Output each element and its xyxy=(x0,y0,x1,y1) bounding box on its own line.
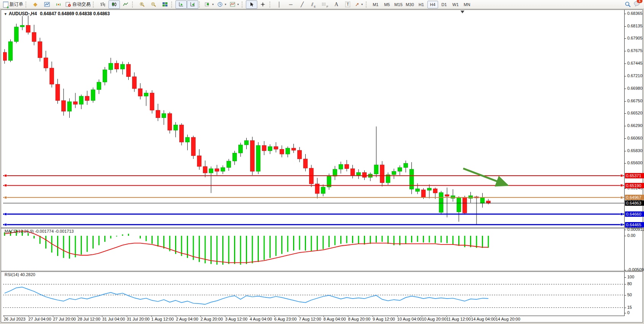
candle-bull xyxy=(185,137,190,142)
candle-bull xyxy=(221,168,225,172)
chart-shift-button[interactable] xyxy=(187,0,198,9)
tf-MN[interactable]: MN xyxy=(462,1,472,8)
auto-scroll-button[interactable] xyxy=(175,0,187,9)
date-label: 2 Aug 20:00 xyxy=(201,317,223,321)
chart-shift-marker[interactable] xyxy=(461,11,464,13)
candle-bull xyxy=(20,25,24,27)
bid-price-flag: 0.64863 xyxy=(625,200,644,206)
text-label-button[interactable]: T xyxy=(342,0,354,9)
line-price-flag[interactable]: 0.64660 xyxy=(625,211,644,217)
candle-bull xyxy=(268,146,272,151)
candle-bull xyxy=(439,192,443,213)
text-button[interactable]: A xyxy=(331,0,342,9)
candle-bull xyxy=(79,96,83,104)
timeframe-group: M1M5M15M30H1H4D1W1MN xyxy=(370,0,473,9)
new-chart-button[interactable] xyxy=(41,0,53,9)
candle-bear xyxy=(445,195,449,196)
crosshair-button[interactable] xyxy=(257,0,269,9)
tf-W1[interactable]: W1 xyxy=(450,1,461,8)
zoom-out-button[interactable] xyxy=(148,0,159,9)
candle-bull xyxy=(97,82,101,90)
indicators-button[interactable]: ▼ xyxy=(203,0,216,9)
rsi-tick-label: 100 xyxy=(627,275,634,279)
periods-button[interactable]: ▼ xyxy=(216,0,228,9)
trend-arrow-annotation xyxy=(463,168,507,185)
candle-bull xyxy=(121,64,125,69)
fibonacci-button[interactable]: F xyxy=(319,0,331,9)
date-label: 8 Aug 20:00 xyxy=(348,317,370,321)
tf-M30[interactable]: M30 xyxy=(405,1,415,8)
price-tick xyxy=(624,126,626,126)
macd-pane[interactable] xyxy=(3,229,624,271)
pane-separator[interactable] xyxy=(1,227,643,229)
price-tick-label: 0.66060 xyxy=(627,136,642,140)
tf-D1[interactable]: D1 xyxy=(439,1,450,8)
candle-bull xyxy=(256,145,260,171)
candle-bull xyxy=(357,172,361,175)
new-order-button[interactable]: + 新订单 xyxy=(2,0,25,9)
candle-bear xyxy=(433,189,437,193)
separator xyxy=(242,2,245,8)
candle-bear xyxy=(26,25,30,32)
tf-H1[interactable]: H1 xyxy=(416,1,427,8)
tf-H4[interactable]: H4 xyxy=(427,1,438,8)
candle-bull xyxy=(321,187,325,194)
tf-M15[interactable]: M15 xyxy=(393,1,404,8)
price-tick-label: 0.65830 xyxy=(627,148,642,153)
separator xyxy=(132,2,135,8)
line-price-flag[interactable]: 0.64967 xyxy=(625,195,644,200)
price-tick xyxy=(624,26,626,27)
candle-bull xyxy=(451,196,455,199)
equidistant-channel-button[interactable]: ⫽ E xyxy=(308,0,319,9)
date-label: 9 Aug 12:00 xyxy=(373,317,395,321)
styler-button[interactable]: ◆ xyxy=(30,0,41,9)
zoom-out-icon xyxy=(151,2,156,7)
candle-bear xyxy=(3,52,7,60)
fibonacci-icon xyxy=(322,2,326,6)
templates-button[interactable]: ▼ xyxy=(228,0,241,9)
bar-chart-button[interactable] xyxy=(97,0,108,9)
cursor-button[interactable] xyxy=(246,0,257,9)
autotrading-button[interactable]: 自动交易 xyxy=(64,0,92,9)
horizontal-line-button[interactable]: ─ xyxy=(285,0,296,9)
date-label: 10 Aug 20:00 xyxy=(422,317,446,321)
vertical-line-button[interactable]: │ xyxy=(274,0,285,9)
candlestick-button[interactable] xyxy=(108,0,120,9)
main-chart[interactable] xyxy=(3,10,624,227)
community-button[interactable]: 1 xyxy=(634,1,640,8)
arrows-button[interactable]: ➚ ▼ xyxy=(354,0,365,9)
candle-bear xyxy=(215,169,219,172)
line-price-flag[interactable]: 0.65190 xyxy=(625,183,644,188)
date-label: 31 Jul 20:00 xyxy=(127,317,150,321)
rsi-pane[interactable] xyxy=(3,272,624,316)
candle-bull xyxy=(398,168,402,172)
candle-bull xyxy=(162,113,166,118)
price-tick xyxy=(624,101,626,102)
text-icon: A xyxy=(335,2,338,7)
search-icon[interactable] xyxy=(625,2,631,7)
candle-bull xyxy=(227,161,231,168)
price-tick xyxy=(624,89,626,89)
date-label: 28 Jul 12:00 xyxy=(78,317,100,321)
price-tick-label: 0.66750 xyxy=(627,98,642,103)
tf-M1[interactable]: M1 xyxy=(370,1,381,8)
brush-icon: ◆ xyxy=(33,2,38,7)
chart-title: ▼AUDUSD-,H40.64847 0.64869 0.64838 0.648… xyxy=(4,11,110,16)
new-chart-icon xyxy=(44,2,50,7)
candle-bull xyxy=(174,125,178,130)
trendline-button[interactable]: ╱ xyxy=(296,0,308,9)
tf-M5[interactable]: M5 xyxy=(382,1,392,8)
collapse-caret-icon[interactable]: ▼ xyxy=(4,12,7,16)
line-handle xyxy=(5,184,7,187)
date-label: 4 Aug 04:00 xyxy=(250,317,272,321)
line-price-flag[interactable]: 0.65371 xyxy=(625,173,644,178)
line-handle xyxy=(620,184,623,187)
line-chart-button[interactable] xyxy=(120,0,131,9)
line-price-flag[interactable]: 0.64465 xyxy=(625,222,644,227)
zoom-in-button[interactable] xyxy=(136,0,148,9)
pane-separator[interactable] xyxy=(1,271,643,272)
signals-button[interactable] xyxy=(53,0,64,9)
tile-windows-button[interactable] xyxy=(159,0,171,9)
macd-tick-label: 0.000913 xyxy=(627,227,644,232)
separator xyxy=(26,2,29,8)
